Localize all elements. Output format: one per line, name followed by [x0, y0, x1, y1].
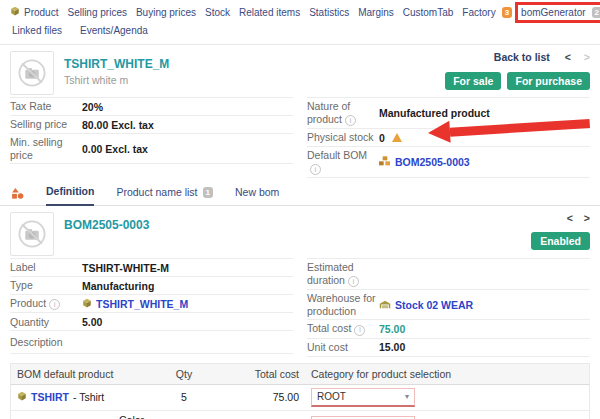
bom-fields-left: Label TSHIRT-WHITE-M Type Manufacturing …	[10, 258, 293, 357]
for-purchase-badge[interactable]: For purchase	[507, 72, 590, 90]
product-fields-left: Tax Rate 20% Selling price 80.00 Excl. t…	[10, 97, 293, 178]
bom-lines-header: BOM default product Qty Total cost Categ…	[11, 364, 589, 385]
field-label: Physical stock	[307, 131, 379, 144]
bom-fields: Label TSHIRT-WHITE-M Type Manufacturing …	[0, 258, 600, 357]
field-value: Stock 02 WEAR	[379, 299, 473, 311]
shapes-module-icon	[12, 188, 24, 205]
subtab-label: Definition	[46, 185, 94, 197]
tab-factory[interactable]: Factory 3	[462, 7, 512, 18]
prev-record-icon[interactable]: <	[567, 212, 573, 224]
bom-photo-placeholder	[10, 212, 54, 256]
bom-cubes-icon	[379, 156, 391, 168]
column-header-product: BOM default product	[17, 368, 154, 380]
prev-record-icon[interactable]: <	[565, 51, 571, 63]
tab-label: CustomTab	[403, 7, 454, 18]
bom-banner: BOM2505-0003 < > Enabled	[0, 206, 600, 258]
column-header-total-cost: Total cost	[214, 368, 299, 380]
line-total-cost: 75.00	[214, 391, 299, 403]
field-value: 5.00	[82, 316, 102, 328]
field-label: Nature of producti	[307, 100, 379, 126]
field-row-unit-cost: Unit cost 15.00	[307, 339, 590, 357]
field-label: Warehouse for production	[307, 292, 379, 317]
tab-label: Product	[24, 7, 58, 18]
field-value: Manufacturing	[82, 280, 154, 292]
tab-selling-prices[interactable]: Selling prices	[67, 7, 126, 18]
product-banner: TSHIRT_WHITE_M Tshirt white m Back to li…	[0, 45, 600, 97]
product-fields-right: Nature of producti Manufactured product …	[307, 97, 590, 178]
bom-navigation: < >	[531, 212, 590, 224]
tab-events-agenda[interactable]: Events/Agenda	[80, 25, 148, 36]
subtab-new-bom[interactable]: New bom	[235, 186, 279, 205]
warehouse-icon	[379, 299, 391, 311]
product-cube-icon	[82, 298, 92, 310]
field-value: 15.00	[379, 341, 405, 353]
tab-stock[interactable]: Stock	[205, 7, 230, 18]
field-row-quantity: Quantity 5.00	[10, 313, 293, 331]
for-sale-badge[interactable]: For sale	[445, 72, 501, 90]
tab-label: Events/Agenda	[80, 25, 148, 36]
subtab-count-badge: 1	[203, 187, 213, 198]
next-record-icon[interactable]: >	[584, 212, 590, 224]
tab-linked-files[interactable]: Linked files	[12, 25, 62, 36]
field-row-default-bom: Default BOMi BOM2505-0003	[307, 147, 590, 178]
tab-customtab[interactable]: CustomTab	[403, 7, 454, 18]
status-buttons: For sale For purchase	[445, 72, 590, 90]
main-tabs-row2: Linked files Events/Agenda	[0, 22, 600, 45]
field-label: Tax Rate	[10, 100, 82, 113]
bom-ref: BOM2505-0003	[64, 218, 149, 232]
field-row-estimated-duration: Estimated durationi	[307, 259, 590, 290]
warning-triangle-icon	[392, 133, 402, 142]
tab-statistics[interactable]: Statistics	[309, 7, 349, 18]
line-product-cell: TSHIRT - Tshirt	[17, 391, 154, 403]
tab-margins[interactable]: Margins	[358, 7, 394, 18]
field-label: Min. selling price	[10, 136, 82, 161]
field-row-selling-price: Selling price 80.00 Excl. tax	[10, 116, 293, 134]
main-tabs: Product Selling prices Buying prices Sto…	[0, 0, 600, 22]
tab-label: Statistics	[309, 7, 349, 18]
category-select-value: ROOT	[317, 391, 346, 402]
field-row-min-selling-price: Min. selling price 0.00 Excl. tax	[10, 134, 293, 164]
field-value: 75.00	[379, 323, 405, 335]
next-record-icon: >	[584, 51, 590, 63]
line-product-link[interactable]: TSHIRT	[31, 391, 69, 403]
field-label: Selling price	[10, 118, 82, 131]
tab-bomgenerator[interactable]: bomGenerator 2	[521, 7, 600, 18]
field-value: Manufactured product	[379, 107, 490, 119]
subtab-product-name-list[interactable]: Product name list 1	[116, 186, 213, 205]
tab-count-badge: 3	[502, 7, 512, 18]
line-product-desc: - Tshirt	[73, 391, 104, 403]
tab-label: Buying prices	[136, 7, 196, 18]
no-photo-icon	[14, 55, 50, 91]
product-bom-page: Product Selling prices Buying prices Sto…	[0, 0, 600, 419]
line-category-cell: ROOT ▾	[299, 388, 583, 407]
category-select[interactable]: ROOT ▾	[311, 388, 415, 407]
tab-label: bomGenerator	[521, 7, 585, 18]
subtab-definition[interactable]: Definition	[46, 185, 94, 206]
tab-product[interactable]: Product	[10, 6, 58, 18]
tab-buying-prices[interactable]: Buying prices	[136, 7, 196, 18]
tab-label: Stock	[205, 7, 230, 18]
field-row-description: Description	[10, 331, 293, 354]
field-row-type: Type Manufacturing	[10, 277, 293, 295]
bom-subtabs: Definition Product name list 1 New bom	[0, 178, 600, 206]
tab-count-badge: 2	[592, 7, 600, 18]
bom-product-link[interactable]: TSHIRT_WHITE_M	[96, 298, 188, 310]
field-row-warehouse: Warehouse for production Stock 02 WEAR	[307, 290, 590, 320]
field-value: 20%	[82, 101, 103, 113]
tab-label: Margins	[358, 7, 394, 18]
field-label: Unit cost	[307, 341, 379, 354]
table-row: TSHIRT - Tshirt 5 75.00 ROOT ▾	[11, 385, 589, 411]
field-row-total-cost: Total costi 75.00	[307, 320, 590, 338]
bom-lines-table: BOM default product Qty Total cost Categ…	[10, 363, 590, 419]
bom-banner-left: BOM2505-0003	[10, 212, 149, 256]
default-bom-link[interactable]: BOM2505-0003	[395, 156, 470, 168]
subtab-label: Product name list	[116, 186, 197, 198]
table-row: COLOR_WHITE - Color white 5 0.00 COULEUR…	[11, 411, 589, 419]
bom-banner-titles: BOM2505-0003	[64, 212, 149, 256]
tab-related-items[interactable]: Related items	[239, 7, 300, 18]
line-qty: 5	[154, 391, 214, 403]
warehouse-link[interactable]: Stock 02 WEAR	[395, 299, 473, 311]
subtab-label: New bom	[235, 186, 279, 198]
tab-label: Selling prices	[67, 7, 126, 18]
back-to-list-link[interactable]: Back to list	[494, 51, 550, 63]
